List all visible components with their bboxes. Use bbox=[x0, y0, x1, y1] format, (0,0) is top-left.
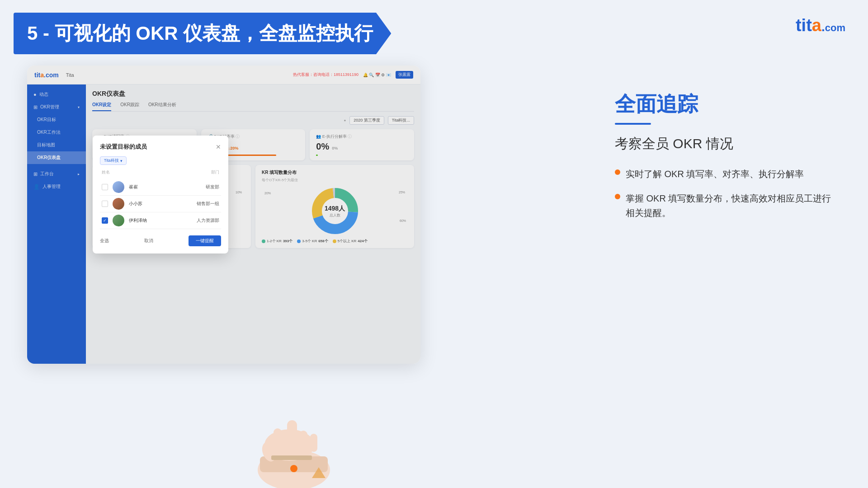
modal-title: 未设置目标的成员 bbox=[100, 143, 147, 151]
modal-confirm-button[interactable]: 一键提醒 bbox=[189, 235, 221, 246]
modal-select-all-label: 全选 bbox=[100, 238, 109, 244]
svg-rect-13 bbox=[287, 420, 297, 450]
bullet-2: 掌握 OKR 填写数量分布，快速高效对相应员工进行相关提醒。 bbox=[615, 191, 832, 220]
modal-filter-row: Tita科技 ▾ bbox=[100, 156, 221, 165]
bullet-text-1: 实时了解 OKR 填写率、对齐率、执行分解率 bbox=[626, 167, 804, 181]
svg-rect-15 bbox=[299, 431, 307, 451]
svg-rect-14 bbox=[274, 428, 282, 451]
modal-filter-tag[interactable]: Tita科技 ▾ bbox=[100, 156, 127, 165]
right-underline bbox=[615, 123, 651, 125]
svg-point-19 bbox=[290, 465, 297, 472]
modal-header: 未设置目标的成员 ✕ bbox=[100, 143, 221, 151]
modal-overlay: 未设置目标的成员 ✕ Tita科技 ▾ 姓名 部门 崔崔 研发部 bbox=[27, 66, 420, 364]
modal-footer: 全选 取消 一键提醒 bbox=[100, 235, 221, 246]
bullet-dot-2 bbox=[615, 194, 620, 199]
svg-rect-16 bbox=[310, 434, 317, 452]
bullet-text-2: 掌握 OKR 填写数量分布，快速高效对相应员工进行相关提醒。 bbox=[626, 191, 832, 220]
modal-row-0: 崔崔 研发部 bbox=[100, 179, 221, 196]
modal-name-2: 伊利泽纳 bbox=[129, 217, 172, 224]
modal-dept-1: 销售部一组 bbox=[176, 201, 219, 207]
modal-cancel-button[interactable]: 取消 bbox=[144, 238, 153, 244]
right-title: 全面追踪 bbox=[615, 90, 832, 118]
modal-col-headers: 姓名 部门 bbox=[100, 169, 221, 175]
right-panel: 全面追踪 考察全员 OKR 情况 实时了解 OKR 填写率、对齐率、执行分解率 … bbox=[615, 90, 832, 230]
page-header: 5 - 可视化的 OKR 仪表盘，全盘监控执行 bbox=[14, 13, 391, 54]
modal-checkbox-2[interactable]: ✓ bbox=[102, 217, 108, 224]
modal-dept-0: 研发部 bbox=[176, 184, 219, 190]
modal-unset-members: 未设置目标的成员 ✕ Tita科技 ▾ 姓名 部门 崔崔 研发部 bbox=[93, 136, 228, 253]
right-subtitle: 考察全员 OKR 情况 bbox=[615, 135, 832, 153]
bullet-1: 实时了解 OKR 填写率、对齐率、执行分解率 bbox=[615, 167, 832, 181]
modal-avatar-0 bbox=[113, 181, 124, 193]
page-title: 5 - 可视化的 OKR 仪表盘，全盘监控执行 bbox=[27, 21, 373, 46]
modal-checkbox-0[interactable] bbox=[102, 184, 108, 190]
hand-illustration bbox=[222, 357, 366, 488]
modal-name-1: 小小苏 bbox=[129, 201, 172, 207]
modal-dept-2: 人力资源部 bbox=[176, 217, 219, 224]
dashboard-mockup: tita.com Tita 热代客服：咨询电话：18511391190 🔔 🔍 … bbox=[27, 66, 420, 364]
modal-row-2: ✓ 伊利泽纳 人力资源部 bbox=[100, 212, 221, 229]
modal-name-0: 崔崔 bbox=[129, 184, 172, 190]
modal-close-button[interactable]: ✕ bbox=[216, 143, 221, 150]
logo-text: tita.com bbox=[796, 16, 845, 35]
modal-avatar-1 bbox=[113, 198, 124, 210]
modal-checkbox-1[interactable] bbox=[102, 201, 108, 207]
logo-area: tita.com bbox=[796, 16, 845, 35]
bullet-dot-1 bbox=[615, 169, 620, 175]
svg-rect-18 bbox=[271, 455, 312, 460]
modal-row-1: 小小苏 销售部一组 bbox=[100, 196, 221, 212]
modal-avatar-2 bbox=[113, 215, 124, 226]
filter-tag-chevron: ▾ bbox=[120, 159, 123, 163]
